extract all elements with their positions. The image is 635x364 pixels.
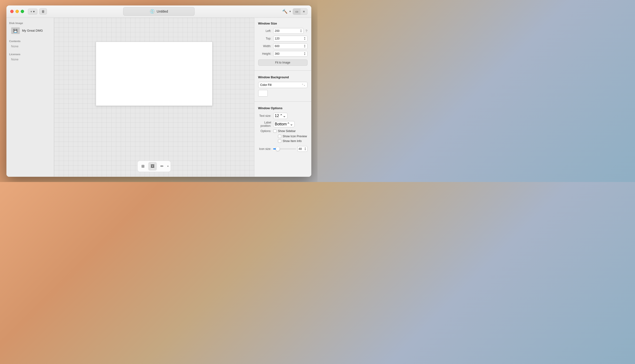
grid-view-button[interactable]: ⊞ xyxy=(139,162,147,170)
settings-panel-button[interactable]: ≡ xyxy=(301,8,307,14)
icon-size-slider[interactable] xyxy=(273,148,296,150)
grid-canvas xyxy=(54,18,254,177)
text-size-value: 12 xyxy=(275,114,279,118)
disk-image-section: Disk Image 💾 My Great DMG xyxy=(9,22,51,35)
image-view-button[interactable]: 🖼 xyxy=(148,162,157,170)
show-item-info-row: Show Item Info xyxy=(278,140,308,143)
left-input[interactable]: 200 ▲ ▼ xyxy=(273,28,304,34)
pen-tool-dropdown[interactable]: ✏ ▾ xyxy=(158,162,169,170)
height-input[interactable]: 360 ▲ ▼ xyxy=(273,51,308,56)
left-field-row: Left: 200 ▲ ▼ ? xyxy=(258,28,308,34)
text-size-row: Text size: 12 ⌃⌄ xyxy=(258,113,308,119)
settings-panel-icon: ≡ xyxy=(303,10,305,13)
width-stepper[interactable]: ▲ ▼ xyxy=(304,44,306,48)
maximize-button[interactable] xyxy=(21,10,24,13)
label-position-value: Bottom xyxy=(275,122,287,126)
window-background-title: Window Background xyxy=(258,76,308,79)
window-size-section: Window Size Left: 200 ▲ ▼ ? Top: xyxy=(258,22,308,66)
window-options-title: Window Options xyxy=(258,106,308,110)
contents-title: Contents xyxy=(9,40,51,42)
icon-size-label: Icon size: xyxy=(258,147,271,150)
panel-toggle: ▭ ≡ xyxy=(293,8,308,15)
height-down-icon[interactable]: ▼ xyxy=(304,54,306,56)
bottom-toolbar: ⊞ 🖼 ✏ ▾ xyxy=(137,160,171,172)
top-down-icon[interactable]: ▼ xyxy=(304,38,306,40)
icon-size-input[interactable]: 48 ▲ ▼ xyxy=(298,146,308,152)
color-fill-label: Color Fill xyxy=(260,83,272,86)
main-content: Disk Image 💾 My Great DMG Contents None … xyxy=(7,18,311,177)
window-panel-button[interactable]: ▭ xyxy=(293,8,301,14)
trash-icon: 🗑 xyxy=(42,10,45,13)
canvas-area: ⊞ 🖼 ✏ ▾ xyxy=(54,18,254,177)
traffic-lights xyxy=(10,10,24,13)
divider-2 xyxy=(254,101,311,102)
title-area: 💿 Untitled xyxy=(123,7,194,16)
fit-to-image-button[interactable]: Fit to Image xyxy=(258,60,308,66)
licenses-title: Licenses xyxy=(9,53,51,56)
top-input[interactable]: 120 ▲ ▼ xyxy=(273,36,308,42)
sidebar: Disk Image 💾 My Great DMG Contents None … xyxy=(7,18,54,177)
icon-size-row: Icon size: 48 ▲ ▼ xyxy=(258,146,308,152)
label-position-row: Label position: Bottom ⌃⌄ xyxy=(258,121,308,128)
show-item-info-label: Show Item Info xyxy=(283,140,302,143)
icon-size-down-icon[interactable]: ▼ xyxy=(304,149,306,151)
icon-size-stepper[interactable]: ▲ ▼ xyxy=(304,147,306,151)
label-position-select[interactable]: Bottom ⌃⌄ xyxy=(273,121,295,127)
label-position-label: Label position: xyxy=(258,121,271,128)
window-options-section: Window Options Text size: 12 ⌃⌄ Label po… xyxy=(258,106,308,154)
window-size-title: Window Size xyxy=(258,22,308,25)
color-fill-arrow-icon: ⌃⌄ xyxy=(302,84,305,86)
window-panel-icon: ▭ xyxy=(295,10,298,13)
text-size-label: Text size: xyxy=(258,114,271,118)
height-stepper[interactable]: ▲ ▼ xyxy=(304,52,306,56)
window-background-section: Window Background Color Fill ⌃⌄ xyxy=(258,76,308,96)
toolbar-chevron-icon[interactable]: ▾ xyxy=(289,10,291,13)
close-button[interactable] xyxy=(10,10,14,13)
add-button[interactable]: + ▾ xyxy=(28,8,38,14)
add-chevron-icon: ▾ xyxy=(33,10,35,13)
minimize-button[interactable] xyxy=(16,10,19,13)
height-value: 360 xyxy=(275,52,280,56)
main-window: + ▾ 🗑 💿 Untitled 🔨 ▾ ▭ ≡ xyxy=(7,6,311,177)
width-down-icon[interactable]: ▼ xyxy=(304,46,306,48)
text-size-arrow-icon: ⌃⌄ xyxy=(280,114,286,118)
width-input[interactable]: 600 ▲ ▼ xyxy=(273,43,308,49)
color-fill-select[interactable]: Color Fill ⌃⌄ xyxy=(258,82,308,88)
height-field-row: Height: 360 ▲ ▼ xyxy=(258,51,308,56)
pen-tool-chevron-icon: ▾ xyxy=(166,165,169,168)
icon-size-value: 48 xyxy=(299,147,302,150)
show-icon-preview-label: Show Icon Preview xyxy=(283,135,307,138)
width-field-row: Width: 600 ▲ ▼ xyxy=(258,43,308,49)
window-title: Untitled xyxy=(157,10,168,13)
color-swatch[interactable] xyxy=(258,90,268,96)
right-panel: Window Size Left: 200 ▲ ▼ ? Top: xyxy=(254,18,311,177)
show-sidebar-label: Show Sidebar xyxy=(278,130,296,133)
left-down-icon[interactable]: ▼ xyxy=(300,31,302,33)
hammer-icon[interactable]: 🔨 xyxy=(282,9,288,14)
delete-button[interactable]: 🗑 xyxy=(39,8,47,14)
licenses-section: Licenses None xyxy=(9,53,51,61)
help-icon[interactable]: ? xyxy=(306,29,308,33)
left-label: Left: xyxy=(258,29,271,32)
options-header-row: Options: Show Sidebar xyxy=(258,130,308,133)
show-icon-preview-checkbox[interactable] xyxy=(278,135,281,138)
show-sidebar-checkbox[interactable] xyxy=(273,130,277,133)
text-size-select[interactable]: 12 ⌃⌄ xyxy=(273,113,288,119)
slider-thumb[interactable] xyxy=(276,147,280,151)
licenses-value: None xyxy=(9,58,51,61)
divider-1 xyxy=(254,70,311,71)
left-stepper[interactable]: ▲ ▼ xyxy=(300,29,302,33)
top-value: 120 xyxy=(275,37,280,40)
top-stepper[interactable]: ▲ ▼ xyxy=(304,37,306,40)
show-item-info-checkbox[interactable] xyxy=(278,140,281,143)
disk-image-item[interactable]: 💾 My Great DMG xyxy=(9,26,51,35)
icon-size-control: 48 ▲ ▼ xyxy=(273,146,308,152)
left-value: 200 xyxy=(275,29,280,32)
grid-view-icon: ⊞ xyxy=(141,164,145,168)
image-view-icon: 🖼 xyxy=(150,164,154,168)
width-value: 600 xyxy=(275,44,280,48)
toolbar-right: 🔨 ▾ ▭ ≡ xyxy=(282,8,308,15)
show-icon-preview-row: Show Icon Preview xyxy=(278,135,308,138)
options-label: Options: xyxy=(258,130,271,133)
dmg-preview-window[interactable] xyxy=(96,42,213,106)
